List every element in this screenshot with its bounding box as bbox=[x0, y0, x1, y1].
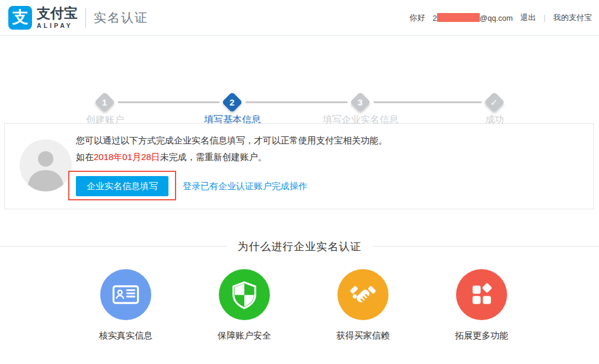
step-4-diamond: ✓ bbox=[484, 92, 505, 113]
benefit-label: 保障账户安全 bbox=[185, 330, 304, 341]
brand-name: 支付宝 bbox=[37, 6, 78, 20]
step-connector-3 bbox=[374, 101, 482, 103]
avatar-placeholder-icon bbox=[20, 139, 72, 191]
benefit-label: 拓展更多功能 bbox=[422, 330, 541, 341]
step-4-check-icon: ✓ bbox=[490, 97, 498, 107]
notice-text-line2: 如在2018年01月28日未完成，需重新创建账户。 bbox=[76, 152, 267, 163]
shield-icon-glyph bbox=[229, 279, 260, 310]
benefit-account-safety: 保障账户安全 bbox=[185, 269, 304, 341]
deadline-date: 2018年01月28日 bbox=[94, 152, 160, 162]
user-email: 2@qq.com bbox=[433, 13, 513, 23]
progress-stepper: 1 2 3 ✓ 创建账户 填写基本信息 填写企业实名信息 成功 bbox=[0, 36, 599, 107]
step-connector-1 bbox=[118, 101, 219, 103]
deadline-suffix: 未完成，需重新创建账户。 bbox=[160, 152, 267, 162]
email-prefix: 2 bbox=[433, 14, 437, 23]
fill-enterprise-info-button[interactable]: 企业实名信息填写 bbox=[76, 176, 168, 196]
benefit-more-features: 拓展更多功能 bbox=[422, 269, 541, 341]
top-header: 支 支付宝 ALIPAY 实名认证 你好 2@qq.com 退出 | 我的支付宝 bbox=[0, 0, 599, 36]
benefit-label: 获得买家信赖 bbox=[304, 330, 422, 341]
my-alipay-link[interactable]: 我的支付宝 bbox=[553, 12, 592, 23]
brand-subtitle: ALIPAY bbox=[37, 22, 78, 29]
alipay-logo[interactable]: 支 支付宝 ALIPAY bbox=[8, 6, 78, 30]
step-3-number: 3 bbox=[358, 97, 362, 107]
why-section-title: 为什么进行企业实名认证 bbox=[0, 240, 599, 254]
step-1-diamond: 1 bbox=[94, 92, 115, 113]
id-card-icon bbox=[100, 269, 151, 320]
benefit-buyer-trust: 获得买家信赖 bbox=[304, 269, 422, 341]
step-2-number: 2 bbox=[230, 97, 234, 107]
step-3-diamond: 3 bbox=[350, 92, 371, 113]
deadline-prefix: 如在 bbox=[76, 152, 94, 162]
alipay-logo-icon: 支 bbox=[8, 6, 32, 30]
email-redaction-block bbox=[437, 13, 480, 22]
step-2-diamond: 2 bbox=[222, 92, 243, 113]
why-section-title-text: 为什么进行企业实名认证 bbox=[227, 240, 372, 254]
step-connector-2 bbox=[246, 101, 348, 103]
login-existing-account-link[interactable]: 登录已有企业认证账户完成操作 bbox=[183, 181, 307, 192]
handshake-icon bbox=[337, 269, 388, 320]
header-user-area: 你好 2@qq.com 退出 | 我的支付宝 bbox=[410, 12, 592, 23]
grid-icon-glyph bbox=[466, 279, 497, 310]
benefit-list: 核实真实信息 保障账户安全 bbox=[66, 269, 541, 341]
step-1-number: 1 bbox=[102, 97, 107, 107]
benefit-label: 核实真实信息 bbox=[66, 330, 185, 341]
greeting-text: 你好 bbox=[410, 12, 425, 23]
email-suffix: @qq.com bbox=[480, 14, 513, 23]
notice-text-line1: 您可以通过以下方式完成企业实名信息填写，才可以正常使用支付宝相关功能。 bbox=[76, 135, 387, 146]
id-card-icon-glyph bbox=[110, 279, 141, 310]
header-separator: | bbox=[544, 13, 546, 22]
logout-link[interactable]: 退出 bbox=[521, 12, 536, 23]
page-title: 实名认证 bbox=[94, 9, 148, 26]
alipay-logo-text: 支付宝 ALIPAY bbox=[37, 6, 78, 28]
handshake-icon-glyph bbox=[348, 279, 378, 310]
shield-icon bbox=[219, 269, 270, 320]
grid-icon bbox=[456, 269, 507, 320]
benefit-verify-info: 核实真实信息 bbox=[66, 269, 185, 341]
header-divider bbox=[85, 8, 86, 28]
